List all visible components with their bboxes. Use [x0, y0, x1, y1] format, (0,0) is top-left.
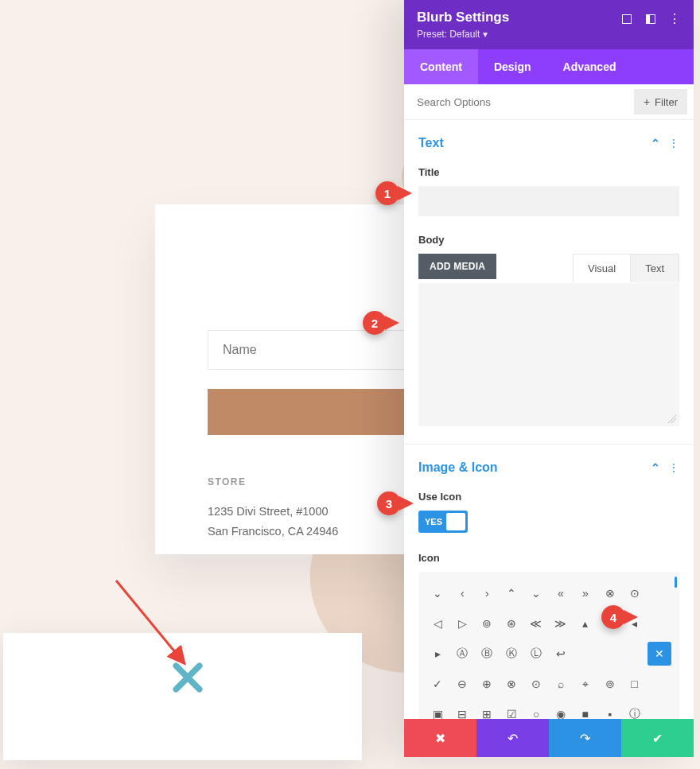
tab-advanced[interactable]: Advanced	[547, 49, 632, 84]
icon-option[interactable]: ‹	[454, 585, 471, 602]
panel-tabs: Content Design Advanced	[404, 49, 694, 84]
icon-option[interactable]: □	[626, 675, 643, 693]
save-button[interactable]: ✔	[621, 719, 694, 757]
add-media-button[interactable]: ADD MEDIA	[418, 254, 496, 279]
store-heading: STORE	[208, 476, 338, 487]
search-input[interactable]	[404, 85, 628, 119]
icon-option[interactable]: Ⓑ	[479, 645, 496, 662]
section-image-icon: Image & Icon Use Icon YES Icon ⌄‹›⌃⌄«»⊗⊙…	[404, 445, 694, 719]
icon-option[interactable]: ⊗	[601, 585, 618, 602]
panel-title: Blurb Settings	[417, 10, 509, 25]
callout-1: 1	[375, 181, 399, 205]
undo-button[interactable]: ↶	[476, 719, 549, 757]
chevron-down-icon: ▾	[483, 29, 488, 40]
icon-option[interactable]: ⊙	[626, 585, 643, 602]
callout-4: 4	[601, 605, 625, 629]
filter-button[interactable]: Filter	[634, 89, 687, 115]
callout-3: 3	[377, 491, 401, 515]
icon-option[interactable]: ✕	[648, 642, 671, 666]
icon-option[interactable]: ✓	[430, 675, 446, 693]
kebab-menu-icon[interactable]	[668, 13, 681, 25]
settings-panel: Blurb Settings Preset: Default ▾ Content…	[404, 0, 694, 757]
icon-option[interactable]: ◉	[552, 705, 569, 719]
icon-label: Icon	[418, 552, 679, 564]
icon-option[interactable]: ⓘ	[626, 705, 643, 719]
title-input[interactable]	[418, 186, 679, 216]
collapse-icon[interactable]	[651, 461, 660, 474]
icon-option[interactable]: ⊚	[601, 675, 618, 693]
icon-option[interactable]: ▸	[430, 645, 446, 662]
toggle-handle	[446, 513, 465, 530]
icon-option[interactable]: ⊟	[454, 705, 471, 719]
icon-option[interactable]: ▣	[430, 705, 446, 719]
store-line1: 1235 Divi Street, #1000	[208, 502, 338, 522]
icon-option[interactable]: ⌖	[577, 675, 593, 693]
icon-option[interactable]: ⊞	[479, 705, 496, 719]
preset-dropdown[interactable]: Preset: Default ▾	[417, 29, 509, 40]
redo-button[interactable]: ↷	[549, 719, 621, 757]
icon-option[interactable]: ⊕	[479, 675, 496, 693]
icon-option[interactable]: Ⓚ	[504, 645, 520, 662]
preview-card	[3, 633, 362, 760]
icon-option[interactable]	[651, 705, 668, 719]
section-more-icon[interactable]	[668, 461, 679, 474]
use-icon-label: Use Icon	[418, 491, 679, 503]
icon-option[interactable]: ≪	[528, 615, 545, 632]
icon-option[interactable]	[651, 675, 668, 693]
icon-option[interactable]: ■	[577, 705, 593, 719]
icon-option[interactable]: ⊛	[504, 615, 520, 632]
cancel-button[interactable]: ✖	[404, 719, 476, 757]
icon-option[interactable]: Ⓐ	[454, 645, 471, 662]
panel-body: Text Title Body ADD MEDIA Visual Text	[404, 120, 694, 719]
icon-option[interactable]: ⊚	[479, 615, 496, 632]
icon-option[interactable]: ⌕	[552, 675, 569, 693]
columns-icon[interactable]	[644, 13, 657, 25]
collapse-icon[interactable]	[651, 137, 660, 150]
icon-picker[interactable]: ⌄‹›⌃⌄«»⊗⊙◁▷⊚⊛≪≫▴▾◂▸ⒶⒷⓀⓁ↩✕✓⊖⊕⊗⊙⌕⌖⊚□▣⊟⊞☑○◉…	[418, 572, 679, 719]
body-label: Body	[418, 234, 679, 246]
footer-store: STORE 1235 Divi Street, #1000 San Franci…	[208, 476, 338, 541]
icon-option[interactable]: ≫	[552, 615, 569, 632]
icon-option[interactable]: ▪	[601, 705, 618, 719]
expand-icon[interactable]	[620, 13, 633, 25]
icon-option[interactable]	[626, 645, 643, 662]
icon-option[interactable]: ⊖	[454, 675, 471, 693]
icon-option[interactable]: ⊙	[528, 675, 545, 693]
tab-content[interactable]: Content	[404, 49, 478, 84]
icon-option[interactable]: «	[552, 585, 569, 602]
icon-option[interactable]: ▷	[454, 615, 471, 632]
icon-option[interactable]	[651, 615, 668, 632]
section-text-heading: Text	[418, 136, 444, 150]
icon-option[interactable]: ○	[528, 705, 545, 719]
editor-tab-text[interactable]: Text	[631, 254, 679, 282]
icon-option[interactable]: ⌄	[430, 585, 446, 602]
icon-option[interactable]	[601, 645, 618, 662]
section-imageicon-heading: Image & Icon	[418, 460, 498, 475]
icon-option[interactable]: ↩	[552, 645, 569, 662]
panel-actions: ✖ ↶ ↷ ✔	[404, 719, 694, 757]
section-text: Text Title Body ADD MEDIA Visual Text	[404, 120, 694, 445]
editor-tab-visual[interactable]: Visual	[573, 254, 631, 282]
icon-option[interactable]	[577, 645, 593, 662]
use-icon-toggle[interactable]: YES	[418, 511, 468, 533]
scroll-indicator	[675, 577, 677, 588]
icon-option[interactable]: ◁	[430, 615, 446, 632]
title-label: Title	[418, 166, 679, 178]
store-line2: San Francisco, CA 24946	[208, 522, 338, 542]
icon-option[interactable]: ›	[479, 585, 496, 602]
icon-option[interactable]: ⊗	[504, 675, 520, 693]
icon-option[interactable]: ▴	[577, 615, 593, 632]
icon-option[interactable]: ☑	[504, 705, 520, 719]
close-preview-icon	[170, 660, 205, 695]
search-row: Filter	[404, 84, 694, 120]
tab-design[interactable]: Design	[478, 49, 547, 84]
section-more-icon[interactable]	[668, 137, 679, 150]
panel-header: Blurb Settings Preset: Default ▾	[404, 0, 694, 49]
icon-option[interactable]: ⌃	[504, 585, 520, 602]
icon-option[interactable]: ⌄	[528, 585, 545, 602]
icon-option[interactable]	[651, 585, 668, 602]
body-editor[interactable]	[418, 283, 679, 426]
icon-option[interactable]: Ⓛ	[528, 645, 545, 662]
callout-2: 2	[363, 311, 387, 335]
icon-option[interactable]: »	[577, 585, 593, 602]
